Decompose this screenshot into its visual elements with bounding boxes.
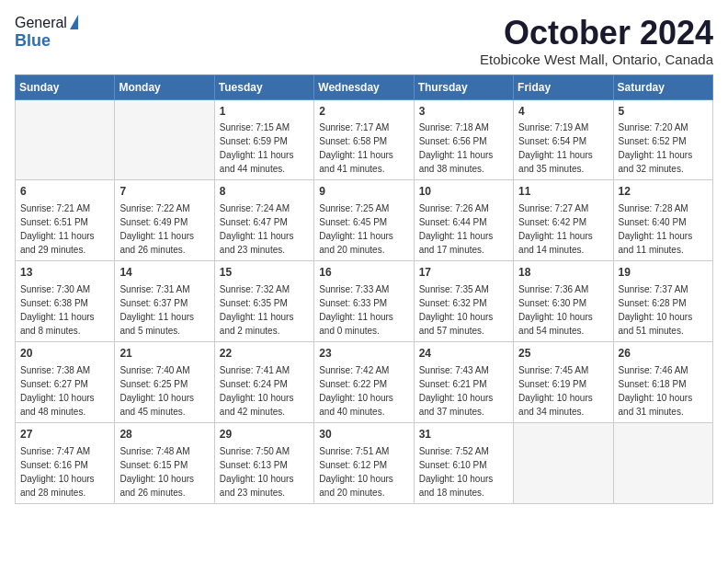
calendar-day-cell: 27Sunrise: 7:47 AMSunset: 6:16 PMDayligh… — [16, 422, 115, 503]
calendar-day-cell: 8Sunrise: 7:24 AMSunset: 6:47 PMDaylight… — [214, 180, 313, 261]
day-info: Sunrise: 7:52 AMSunset: 6:10 PMDaylight:… — [419, 446, 494, 498]
day-number: 10 — [419, 184, 508, 200]
day-number: 1 — [220, 104, 309, 120]
day-number: 16 — [319, 265, 408, 281]
day-info: Sunrise: 7:27 AMSunset: 6:42 PMDaylight:… — [518, 203, 593, 255]
calendar-day-cell: 9Sunrise: 7:25 AMSunset: 6:45 PMDaylight… — [314, 180, 414, 261]
day-info: Sunrise: 7:41 AMSunset: 6:24 PMDaylight:… — [220, 365, 294, 417]
day-info: Sunrise: 7:26 AMSunset: 6:44 PMDaylight:… — [419, 203, 494, 255]
calendar-header-row: SundayMondayTuesdayWednesdayThursdayFrid… — [16, 75, 713, 99]
calendar-day-cell: 4Sunrise: 7:19 AMSunset: 6:54 PMDaylight… — [514, 99, 613, 180]
day-info: Sunrise: 7:30 AMSunset: 6:38 PMDaylight:… — [20, 284, 95, 336]
day-number: 4 — [518, 104, 608, 120]
calendar-day-cell: 25Sunrise: 7:45 AMSunset: 6:19 PMDayligh… — [514, 341, 613, 422]
day-info: Sunrise: 7:15 AMSunset: 6:59 PMDaylight:… — [220, 122, 294, 174]
day-number: 25 — [518, 346, 608, 362]
day-info: Sunrise: 7:24 AMSunset: 6:47 PMDaylight:… — [220, 203, 294, 255]
day-number: 29 — [220, 427, 309, 442]
weekday-header: Tuesday — [214, 75, 313, 99]
day-info: Sunrise: 7:17 AMSunset: 6:58 PMDaylight:… — [319, 122, 393, 174]
day-number: 23 — [319, 346, 408, 362]
weekday-header: Saturday — [613, 75, 712, 99]
day-number: 13 — [20, 265, 109, 281]
day-number: 8 — [220, 184, 309, 200]
calendar-day-cell: 30Sunrise: 7:51 AMSunset: 6:12 PMDayligh… — [314, 422, 414, 503]
month-title: October 2024 — [480, 15, 713, 52]
weekday-header: Wednesday — [314, 75, 414, 99]
day-number: 3 — [419, 104, 508, 120]
calendar-week-row: 6Sunrise: 7:21 AMSunset: 6:51 PMDaylight… — [16, 180, 713, 261]
calendar-day-cell: 15Sunrise: 7:32 AMSunset: 6:35 PMDayligh… — [214, 261, 313, 342]
logo-triangle-icon — [70, 15, 78, 29]
calendar-day-cell: 7Sunrise: 7:22 AMSunset: 6:49 PMDaylight… — [115, 180, 214, 261]
day-info: Sunrise: 7:35 AMSunset: 6:32 PMDaylight:… — [419, 284, 494, 336]
calendar-day-cell: 19Sunrise: 7:37 AMSunset: 6:28 PMDayligh… — [613, 261, 712, 342]
calendar-day-cell: 24Sunrise: 7:43 AMSunset: 6:21 PMDayligh… — [414, 341, 513, 422]
calendar-day-cell — [16, 99, 115, 180]
day-number: 24 — [419, 346, 508, 362]
calendar-day-cell: 6Sunrise: 7:21 AMSunset: 6:51 PMDaylight… — [16, 180, 115, 261]
calendar-day-cell: 29Sunrise: 7:50 AMSunset: 6:13 PMDayligh… — [214, 422, 313, 503]
day-number: 15 — [220, 265, 309, 281]
calendar-day-cell — [613, 422, 712, 503]
logo: General Blue — [15, 15, 78, 51]
calendar-day-cell: 3Sunrise: 7:18 AMSunset: 6:56 PMDaylight… — [414, 99, 513, 180]
calendar-week-row: 13Sunrise: 7:30 AMSunset: 6:38 PMDayligh… — [16, 261, 713, 342]
day-info: Sunrise: 7:38 AMSunset: 6:27 PMDaylight:… — [20, 365, 95, 417]
day-info: Sunrise: 7:40 AMSunset: 6:25 PMDaylight:… — [119, 365, 194, 417]
day-info: Sunrise: 7:31 AMSunset: 6:37 PMDaylight:… — [119, 284, 194, 336]
calendar-week-row: 1Sunrise: 7:15 AMSunset: 6:59 PMDaylight… — [16, 99, 713, 180]
weekday-header: Friday — [514, 75, 613, 99]
day-info: Sunrise: 7:18 AMSunset: 6:56 PMDaylight:… — [419, 122, 494, 174]
calendar-day-cell: 13Sunrise: 7:30 AMSunset: 6:38 PMDayligh… — [16, 261, 115, 342]
calendar-day-cell: 2Sunrise: 7:17 AMSunset: 6:58 PMDaylight… — [314, 99, 414, 180]
day-number: 27 — [20, 427, 109, 442]
day-info: Sunrise: 7:28 AMSunset: 6:40 PMDaylight:… — [619, 203, 693, 255]
day-number: 30 — [319, 427, 408, 442]
calendar-day-cell: 14Sunrise: 7:31 AMSunset: 6:37 PMDayligh… — [115, 261, 214, 342]
day-info: Sunrise: 7:51 AMSunset: 6:12 PMDaylight:… — [319, 446, 393, 498]
calendar-day-cell: 12Sunrise: 7:28 AMSunset: 6:40 PMDayligh… — [613, 180, 712, 261]
calendar-day-cell: 5Sunrise: 7:20 AMSunset: 6:52 PMDaylight… — [613, 99, 712, 180]
day-number: 20 — [20, 346, 109, 362]
day-number: 7 — [119, 184, 209, 200]
calendar-table: SundayMondayTuesdayWednesdayThursdayFrid… — [15, 75, 713, 504]
day-number: 21 — [119, 346, 209, 362]
calendar-day-cell: 26Sunrise: 7:46 AMSunset: 6:18 PMDayligh… — [613, 341, 712, 422]
day-number: 9 — [319, 184, 408, 200]
day-info: Sunrise: 7:37 AMSunset: 6:28 PMDaylight:… — [619, 284, 693, 336]
calendar-day-cell: 1Sunrise: 7:15 AMSunset: 6:59 PMDaylight… — [214, 99, 313, 180]
calendar-day-cell: 18Sunrise: 7:36 AMSunset: 6:30 PMDayligh… — [514, 261, 613, 342]
day-info: Sunrise: 7:36 AMSunset: 6:30 PMDaylight:… — [518, 284, 593, 336]
calendar-day-cell: 10Sunrise: 7:26 AMSunset: 6:44 PMDayligh… — [414, 180, 513, 261]
logo-blue-text: Blue — [15, 31, 51, 50]
day-info: Sunrise: 7:20 AMSunset: 6:52 PMDaylight:… — [619, 122, 693, 174]
day-info: Sunrise: 7:25 AMSunset: 6:45 PMDaylight:… — [319, 203, 393, 255]
logo-general-text: General — [15, 15, 67, 31]
calendar-day-cell: 20Sunrise: 7:38 AMSunset: 6:27 PMDayligh… — [16, 341, 115, 422]
title-block: October 2024 Etobicoke West Mall, Ontari… — [480, 15, 713, 67]
day-number: 18 — [518, 265, 608, 281]
day-info: Sunrise: 7:45 AMSunset: 6:19 PMDaylight:… — [518, 365, 593, 417]
day-number: 22 — [220, 346, 309, 362]
weekday-header: Monday — [115, 75, 214, 99]
day-number: 11 — [518, 184, 608, 200]
day-info: Sunrise: 7:42 AMSunset: 6:22 PMDaylight:… — [319, 365, 393, 417]
calendar-day-cell: 31Sunrise: 7:52 AMSunset: 6:10 PMDayligh… — [414, 422, 513, 503]
calendar-day-cell — [514, 422, 613, 503]
day-info: Sunrise: 7:46 AMSunset: 6:18 PMDaylight:… — [619, 365, 693, 417]
page-header: General Blue October 2024 Etobicoke West… — [15, 15, 713, 67]
calendar-week-row: 27Sunrise: 7:47 AMSunset: 6:16 PMDayligh… — [16, 422, 713, 503]
day-number: 28 — [119, 427, 209, 442]
day-number: 14 — [119, 265, 209, 281]
day-info: Sunrise: 7:33 AMSunset: 6:33 PMDaylight:… — [319, 284, 393, 336]
day-number: 5 — [619, 104, 708, 120]
day-number: 26 — [619, 346, 708, 362]
day-info: Sunrise: 7:22 AMSunset: 6:49 PMDaylight:… — [119, 203, 194, 255]
day-info: Sunrise: 7:43 AMSunset: 6:21 PMDaylight:… — [419, 365, 494, 417]
calendar-day-cell: 22Sunrise: 7:41 AMSunset: 6:24 PMDayligh… — [214, 341, 313, 422]
day-number: 6 — [20, 184, 109, 200]
calendar-day-cell: 11Sunrise: 7:27 AMSunset: 6:42 PMDayligh… — [514, 180, 613, 261]
day-number: 17 — [419, 265, 508, 281]
day-number: 19 — [619, 265, 708, 281]
